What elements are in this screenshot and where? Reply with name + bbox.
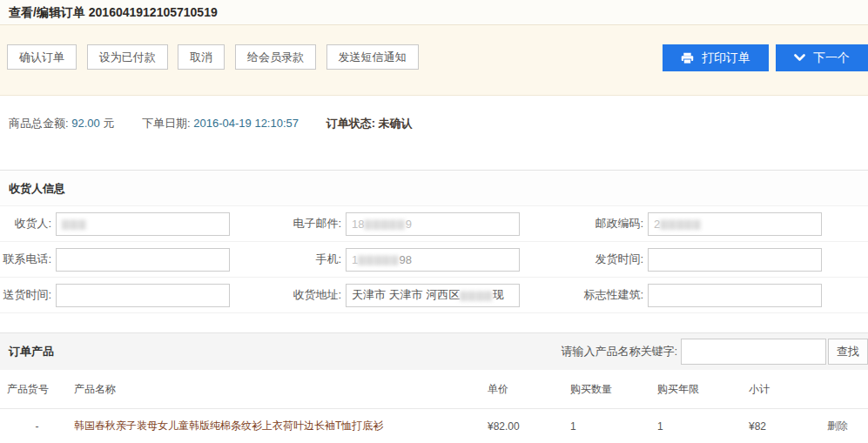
toolbar-right: 打印订单 下一个 [656, 44, 868, 71]
mobile-label: 手机: [279, 252, 346, 267]
col-years: 购买年限 [657, 382, 749, 397]
col-subtotal: 小计 [749, 382, 827, 397]
product-subtotal: ¥82 [749, 420, 827, 433]
date-value: 2016-04-19 12:10:57 [193, 117, 299, 130]
field-tel: 联系电话: [0, 242, 279, 277]
col-qty: 购买数量 [570, 382, 657, 397]
col-name: 产品名称 [74, 382, 488, 397]
product-search-label: 请输入产品名称关键字: [561, 344, 677, 359]
delete-product-link[interactable]: 删除 [827, 419, 868, 433]
set-paid-button[interactable]: 设为已付款 [87, 44, 168, 70]
zip-input[interactable]: 2▇▇▇▇▇ [648, 212, 822, 236]
redacted-value: ▇▇▇▇▇ [358, 254, 399, 265]
field-mobile: 手机: 1▇▇▇▇▇98 [279, 242, 575, 277]
cancel-button[interactable]: 取消 [178, 44, 225, 70]
next-order-label: 下一个 [813, 50, 850, 66]
next-order-button[interactable]: 下一个 [776, 44, 868, 71]
delivery-time-label: 送货时间: [0, 287, 56, 303]
spacer [0, 313, 868, 332]
redacted-value: ▇▇▇ [62, 218, 86, 230]
products-section-title: 订单产品 [9, 344, 54, 359]
recipient-name-label: 收货人: [0, 216, 56, 232]
status-label: 订单状态: [326, 117, 375, 130]
redacted-value: ▇▇▇▇ [460, 290, 493, 301]
ship-time-label: 发货时间: [575, 252, 648, 267]
col-sku: 产品货号 [0, 382, 74, 397]
printer-icon [681, 52, 694, 64]
email-input[interactable]: 18▇▇▇▇▇9 [346, 212, 520, 236]
print-order-button[interactable]: 打印订单 [663, 44, 769, 71]
form-row-3: 送货时间: 收货地址: 天津市 天津市 河西区▇▇▇▇现 标志性建筑: [0, 278, 868, 313]
landmark-label: 标志性建筑: [575, 287, 648, 303]
field-email: 电子邮件: 18▇▇▇▇▇9 [279, 206, 575, 241]
ship-time-input[interactable] [648, 248, 822, 272]
toolbar-left: 确认订单 设为已付款 取消 给会员录款 发送短信通知 [7, 44, 426, 70]
address-input[interactable]: 天津市 天津市 河西区▇▇▇▇现 [346, 284, 520, 307]
field-ship-time: 发货时间: [575, 242, 868, 277]
print-order-label: 打印订单 [702, 50, 750, 66]
field-delivery-time: 送货时间: [0, 278, 279, 312]
email-label: 电子邮件: [279, 216, 346, 232]
order-date: 下单日期: 2016-04-19 12:10:57 [142, 117, 299, 130]
page-title: 查看/编辑订单 2016041912105710519 [0, 0, 868, 25]
product-search: 请输入产品名称关键字: 查找 [561, 339, 868, 365]
address-label: 收货地址: [279, 287, 346, 303]
amount-unit: 元 [103, 117, 114, 130]
status-value: 未确认 [379, 117, 413, 130]
products-section-header: 订单产品 请输入产品名称关键字: 查找 [0, 332, 868, 370]
toolbar: 确认订单 设为已付款 取消 给会员录款 发送短信通知 打印订单 [0, 25, 868, 96]
recipient-form: 收货人: ▇▇▇ 电子邮件: 18▇▇▇▇▇9 邮政编码: 2▇▇▇▇▇ 联系电… [0, 206, 868, 313]
field-zip: 邮政编码: 2▇▇▇▇▇ [575, 206, 868, 241]
product-years: 1 [657, 420, 749, 433]
product-qty: 1 [570, 420, 657, 433]
product-name-link[interactable]: 韩国春秋亲子装母女儿童韩版纯棉条纹衫上衣荷叶边长袖T恤打底衫 [74, 419, 488, 433]
recipient-section-header: 收货人信息 [0, 170, 868, 206]
order-edit-page: 查看/编辑订单 2016041912105710519 确认订单 设为已付款 取… [0, 0, 868, 443]
send-sms-button[interactable]: 发送短信通知 [326, 44, 419, 70]
table-row: - 韩国春秋亲子装母女儿童韩版纯棉条纹衫上衣荷叶边长袖T恤打底衫 ¥82.00 … [0, 409, 868, 443]
date-label: 下单日期: [142, 117, 191, 130]
redacted-value: ▇▇▇▇▇ [660, 218, 701, 230]
zip-label: 邮政编码: [575, 216, 648, 232]
product-search-input[interactable] [681, 339, 826, 365]
tel-input[interactable] [56, 248, 230, 272]
landmark-input[interactable] [648, 284, 822, 307]
amount-value: 92.00 [71, 117, 100, 130]
table-header-row: 产品货号 产品名称 单价 购买数量 购买年限 小计 [0, 370, 868, 409]
delivery-time-input[interactable] [56, 284, 230, 307]
record-member-payment-button[interactable]: 给会员录款 [235, 44, 316, 70]
products-table: 产品货号 产品名称 单价 购买数量 购买年限 小计 - 韩国春秋亲子装母女儿童韩… [0, 370, 868, 443]
order-amount: 商品总金额: 92.00 元 [9, 117, 114, 130]
tel-label: 联系电话: [0, 252, 56, 267]
confirm-order-button[interactable]: 确认订单 [7, 44, 77, 70]
field-recipient-name: 收货人: ▇▇▇ [0, 206, 279, 241]
form-row-2: 联系电话: 手机: 1▇▇▇▇▇98 发货时间: [0, 242, 868, 278]
chevron-down-icon [794, 54, 805, 62]
order-status-badge: 订单状态: 未确认 [326, 117, 413, 130]
product-sku: - [0, 420, 74, 433]
mobile-input[interactable]: 1▇▇▇▇▇98 [346, 248, 520, 272]
product-price: ¥82.00 [488, 420, 570, 433]
amount-label: 商品总金额: [9, 117, 69, 130]
recipient-name-input[interactable]: ▇▇▇ [56, 212, 230, 236]
redacted-value: ▇▇▇▇▇ [364, 218, 405, 230]
product-search-button[interactable]: 查找 [828, 339, 868, 365]
field-landmark: 标志性建筑: [575, 278, 868, 312]
col-price: 单价 [488, 382, 570, 397]
order-summary: 商品总金额: 92.00 元 下单日期: 2016-04-19 12:10:57… [0, 96, 868, 170]
field-address: 收货地址: 天津市 天津市 河西区▇▇▇▇现 [279, 278, 575, 312]
form-row-1: 收货人: ▇▇▇ 电子邮件: 18▇▇▇▇▇9 邮政编码: 2▇▇▇▇▇ [0, 206, 868, 242]
